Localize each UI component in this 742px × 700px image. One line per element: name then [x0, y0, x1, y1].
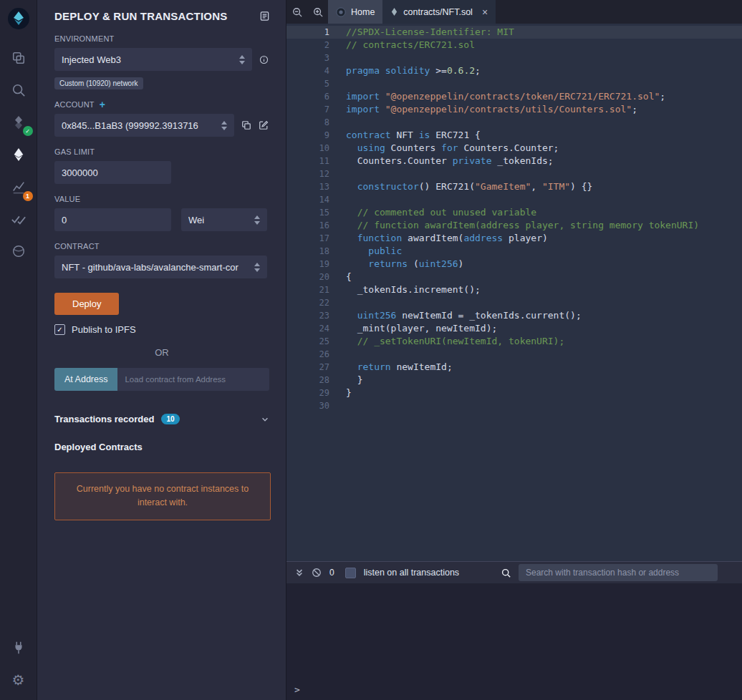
environment-label: ENVIRONMENT: [54, 34, 269, 43]
code-text: _tokenIds.increment();: [329, 283, 481, 296]
code-line[interactable]: 19 returns (uint256): [286, 258, 742, 271]
edit-account-icon[interactable]: [259, 120, 269, 130]
line-number: 4: [286, 64, 329, 77]
code-text: [329, 116, 346, 129]
line-number: 20: [286, 271, 329, 283]
chart-icon[interactable]: 1: [0, 170, 37, 203]
transactions-recorded-toggle[interactable]: Transactions recorded 10: [54, 414, 269, 424]
solidity-compiler-icon[interactable]: ✓: [0, 106, 37, 138]
value-input[interactable]: [62, 215, 164, 225]
add-account-icon[interactable]: +: [100, 101, 105, 109]
close-tab-icon[interactable]: ×: [482, 7, 488, 17]
line-number: 11: [286, 155, 329, 167]
code-line[interactable]: 24 _mint(player, newItemId);: [286, 322, 742, 335]
code-text: [329, 167, 346, 180]
code-text: contract NFT is ERC721 {: [329, 129, 481, 142]
search-icon[interactable]: [0, 74, 37, 106]
code-line[interactable]: 13 constructor() ERC721("GameItem", "ITM…: [286, 180, 742, 193]
code-line[interactable]: 6import "@openzeppelin/contracts/token/E…: [286, 90, 742, 103]
panel-header: DEPLOY & RUN TRANSACTIONS: [37, 0, 286, 24]
tab-label: contracts/NFT.sol: [403, 7, 473, 17]
code-text: public: [329, 245, 402, 258]
at-address-button[interactable]: At Address: [54, 368, 117, 391]
contract-select[interactable]: NFT - github/ava-labs/avalanche-smart-co…: [54, 256, 267, 278]
listen-all-transactions-checkbox[interactable]: [345, 568, 356, 578]
pending-tx-count: 0: [329, 568, 334, 578]
code-line[interactable]: 8: [286, 116, 742, 129]
deploy-run-icon[interactable]: [0, 138, 37, 170]
settings-gear-icon[interactable]: ⚙: [0, 663, 37, 696]
publish-ipfs-checkbox[interactable]: ✓: [54, 324, 65, 335]
code-line[interactable]: 9contract NFT is ERC721 {: [286, 129, 742, 142]
code-line[interactable]: 20{: [286, 271, 742, 283]
deployed-contracts-label: Deployed Contracts: [54, 442, 269, 452]
code-line[interactable]: 18 public: [286, 245, 742, 258]
code-text: [329, 77, 346, 90]
code-line[interactable]: 5: [286, 77, 742, 90]
account-select[interactable]: 0x845...B1aB3 (999992.3913716: [54, 114, 234, 137]
code-line[interactable]: 21 _tokenIds.increment();: [286, 283, 742, 296]
code-line[interactable]: 22: [286, 296, 742, 309]
environment-select[interactable]: Injected Web3: [54, 48, 252, 71]
code-line[interactable]: 29}: [286, 387, 742, 399]
line-number: 16: [286, 219, 329, 232]
documentation-icon[interactable]: [259, 11, 270, 21]
code-line[interactable]: 23 uint256 newItemId = _tokenIds.current…: [286, 309, 742, 322]
code-line[interactable]: 1//SPDX-License-Identifier: MIT: [286, 26, 742, 39]
terminal-output[interactable]: >: [286, 583, 742, 700]
analytics-count-badge: 1: [23, 191, 33, 201]
code-text: Counters.Counter private _tokenIds;: [329, 155, 554, 167]
code-text: returns (uint256): [329, 258, 463, 271]
tab-label: Home: [351, 7, 375, 17]
terminal-search-input[interactable]: [519, 564, 718, 581]
line-number: 17: [286, 232, 329, 245]
code-line[interactable]: 4pragma solidity >=0.6.2;: [286, 64, 742, 77]
code-line[interactable]: 30: [286, 399, 742, 412]
code-line[interactable]: 3: [286, 52, 742, 64]
line-number: 7: [286, 103, 329, 116]
file-explorer-icon[interactable]: [0, 42, 37, 74]
code-line[interactable]: 11 Counters.Counter private _tokenIds;: [286, 155, 742, 167]
code-line[interactable]: 28 }: [286, 374, 742, 387]
plugin-manager-icon[interactable]: [0, 631, 37, 663]
listen-all-transactions-label: listen on all transactions: [364, 568, 459, 578]
code-line[interactable]: 15 // commented out unused variable: [286, 206, 742, 219]
code-line[interactable]: 7import "@openzeppelin/contracts/utils/C…: [286, 103, 742, 116]
deploy-button[interactable]: Deploy: [54, 293, 119, 315]
tab-nft-sol[interactable]: contracts/NFT.sol ×: [382, 0, 496, 24]
code-line[interactable]: 2// contracts/ERC721.sol: [286, 39, 742, 52]
gas-limit-input[interactable]: [62, 167, 164, 178]
code-line[interactable]: 16 // function awardItem(address player,…: [286, 219, 742, 232]
at-address-input[interactable]: [117, 368, 269, 391]
code-line[interactable]: 17 function awardItem(address player): [286, 232, 742, 245]
code-line[interactable]: 27 return newItemId;: [286, 361, 742, 374]
remix-logo[interactable]: [7, 7, 30, 33]
code-text: using Counters for Counters.Counter;: [329, 142, 559, 155]
double-check-icon[interactable]: [0, 203, 37, 235]
checkmark-icon: ✓: [57, 326, 62, 334]
code-line[interactable]: 26: [286, 348, 742, 361]
line-number: 2: [286, 39, 329, 52]
copy-account-icon[interactable]: [241, 120, 251, 130]
code-text: // function awardItem(address player, st…: [329, 219, 699, 232]
unit-select[interactable]: Wei: [181, 208, 267, 231]
code-line[interactable]: 14: [286, 193, 742, 206]
line-number: 21: [286, 283, 329, 296]
code-line[interactable]: 12: [286, 167, 742, 180]
code-line[interactable]: 10 using Counters for Counters.Counter;: [286, 142, 742, 155]
zoom-in-icon[interactable]: [307, 0, 328, 24]
info-icon[interactable]: [259, 55, 269, 64]
deploy-run-panel: DEPLOY & RUN TRANSACTIONS ENVIRONMENT In…: [37, 0, 286, 700]
tab-home[interactable]: Home: [328, 0, 382, 24]
clear-console-icon[interactable]: [312, 568, 322, 578]
sphere-icon[interactable]: [0, 235, 37, 267]
no-instances-alert: Currently you have no contract instances…: [54, 472, 271, 520]
code-text: import "@openzeppelin/contracts/utils/Co…: [329, 103, 637, 116]
expand-terminal-icon[interactable]: [295, 568, 304, 577]
code-line[interactable]: 25 // _setTokenURI(newItemId, tokenURI);: [286, 335, 742, 348]
gas-limit-label: GAS LIMIT: [54, 147, 269, 156]
zoom-out-icon[interactable]: [286, 0, 307, 24]
code-editor[interactable]: 1//SPDX-License-Identifier: MIT2// contr…: [286, 24, 742, 561]
code-text: [329, 193, 346, 206]
code-text: {: [329, 271, 352, 283]
